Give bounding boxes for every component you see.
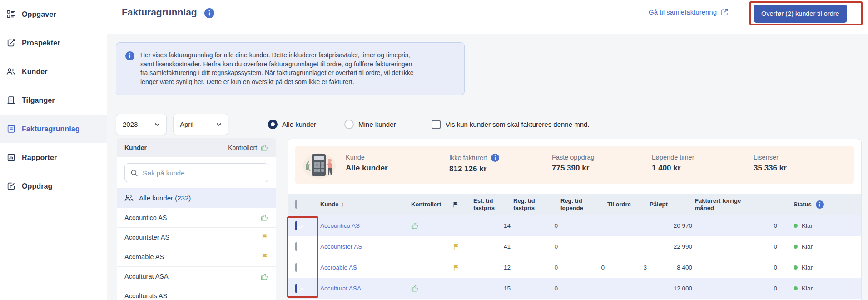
fakturert-forrige-value: 0 [695,243,780,250]
transfer-to-order-button[interactable]: Overfør (2) kunder til ordre [754,5,847,23]
column-kunde[interactable]: Kunde↑ [320,201,407,208]
customer-link[interactable]: Acculturat ASA [320,285,407,292]
info-icon[interactable] [491,154,499,162]
flag-icon [262,234,268,241]
all-customers-item[interactable]: Alle kunder (232) [117,188,276,208]
radio-all-customers-label: Alle kunder [282,120,316,128]
all-customers-label: Alle kunder (232) [139,194,191,202]
palopt-value: 22 990 [650,243,695,250]
customer-link[interactable]: Accountico AS [320,222,407,229]
column-est-tid: Est. tid fastpris [473,197,513,211]
table-row[interactable]: Accountico AS 14 0 20 970 0 Klar [288,215,861,236]
info-banner: Her vises fakturagrunnlag for alle dine … [116,42,465,95]
stat-lopende-timer: Løpende timer 1 400 kr [652,154,694,173]
table-row[interactable]: Acculturat ASA 15 0 12 000 0 Klar [288,278,861,299]
prospects-icon [6,39,15,48]
customer-name: Accountico AS [124,214,167,221]
thumbs-up-icon [261,214,268,221]
external-link-icon [721,8,729,16]
reports-icon [6,153,15,162]
radio-all-customers[interactable]: Alle kunder [268,114,316,135]
customer-marker [262,234,268,241]
info-banner-text: Her vises fakturagrunnlag for alle dine … [140,51,417,86]
stat-lisenser: Lisenser 35 336 kr [754,154,787,173]
column-reg-tid-fastpris: Reg. tid fastpris [513,197,560,211]
invoice-basis-card: Kunde Alle kunder Ikke fakturert 812 126… [288,139,862,300]
sidebar-item-fakturagrunnlag[interactable]: Fakturagrunnlag [0,115,107,143]
monthly-filter-checkbox-row[interactable]: Vis kun kunder som skal faktureres denne… [432,114,590,135]
samlefakturering-link[interactable]: Gå til samlefakturering [649,8,729,16]
page-title: Fakturagrunnlag [122,7,197,18]
customer-link[interactable]: Accountster AS [320,243,407,250]
customer-search-input[interactable] [143,169,263,177]
reg-tid-fastpris-value: 0 [513,243,560,250]
column-kontrollert: Kontrollert [407,201,453,208]
year-select[interactable]: 2023 [116,114,167,135]
stat-ikke-fakturert: Ikke fakturert 812 126 kr [449,154,499,174]
row-checkbox[interactable] [295,263,297,272]
customer-list-item[interactable]: Accountico AS [117,208,276,227]
sidebar-item-tilganger[interactable]: Tilganger [0,86,107,115]
column-til-ordre: Til ordre [607,201,650,208]
status-cell: Klar [780,264,854,271]
table-row[interactable]: Accroable AS 12 0 0 3 8 400 0 Klar [288,257,861,278]
sidebar-item-rapporter[interactable]: Rapporter [0,143,107,172]
sidebar-item-label: Oppgaver [22,10,56,19]
customer-marker [261,214,268,221]
chevron-down-icon [154,123,160,126]
status-cell: Klar [780,243,854,250]
flag-icon [453,264,473,271]
search-icon [130,169,138,177]
radio-my-customers-label: Mine kunder [358,120,396,128]
stat-value: 812 126 kr [449,165,499,174]
sidebar-item-kunder[interactable]: Kunder [0,57,107,86]
column-fakturert-forrige: Fakturert forrige måned [695,197,780,211]
customers-panel-header: Kunder Kontrollert [117,138,276,157]
customer-list-item[interactable]: Accountster AS [117,227,276,247]
sort-ascending-icon: ↑ [341,201,344,208]
est-tid-value: 12 [473,264,513,271]
row-checkbox[interactable] [295,284,297,293]
radio-selected-icon[interactable] [268,120,278,129]
customer-list-item[interactable]: Acculturat ASA [117,266,276,286]
select-all-checkbox[interactable] [295,200,297,209]
radio-unselected-icon[interactable] [344,120,354,129]
palopt-value: 8 400 [650,264,695,271]
row-checkbox[interactable] [295,221,297,230]
status-info-icon[interactable] [816,200,824,209]
thumbs-up-icon [411,222,419,230]
status-dot-icon [794,286,798,290]
status-dot-icon [794,245,798,249]
reg-tid-lopende-value: 0 [560,264,607,271]
customer-marker [261,273,268,280]
est-tid-value: 14 [473,222,513,229]
stat-label: Lisenser [754,154,787,161]
customer-list-item[interactable]: Accroable AS [117,247,276,266]
stat-value: 1 400 kr [652,164,694,173]
summary-banner: Kunde Alle kunder Ikke fakturert 812 126… [295,146,854,184]
customers-icon [6,67,15,76]
monthly-filter-checkbox[interactable] [432,120,441,129]
customer-link[interactable]: Accroable AS [320,264,407,271]
invoice-basis-icon [6,125,15,134]
row-checkbox[interactable] [295,242,297,251]
thumbs-up-icon [261,144,268,151]
status-cell: Klar [780,285,854,292]
summary-customer-value: Alle kunder [346,164,388,173]
customers-panel-title: Kunder [124,144,147,151]
radio-my-customers[interactable]: Mine kunder [344,114,396,135]
tasks-icon [6,10,15,19]
sidebar-item-label: Prospekter [22,39,60,47]
title-info-icon[interactable] [204,8,214,18]
sidebar-item-prospekter[interactable]: Prospekter [0,29,107,57]
assignments-icon [6,182,15,191]
samlefakturering-link-label: Gå til samlefakturering [649,8,717,16]
table-row[interactable]: Accountster AS 41 0 22 990 0 Klar [288,236,861,257]
month-select[interactable]: April [173,114,228,135]
sidebar-item-label: Fakturagrunnlag [22,125,80,133]
customer-list-item[interactable]: Acculturats AS [117,286,276,300]
sidebar-item-oppdrag[interactable]: Oppdrag [0,172,107,200]
status-label: Klar [802,222,813,229]
customer-search[interactable] [124,163,268,182]
sidebar-item-oppgaver[interactable]: Oppgaver [0,0,107,29]
